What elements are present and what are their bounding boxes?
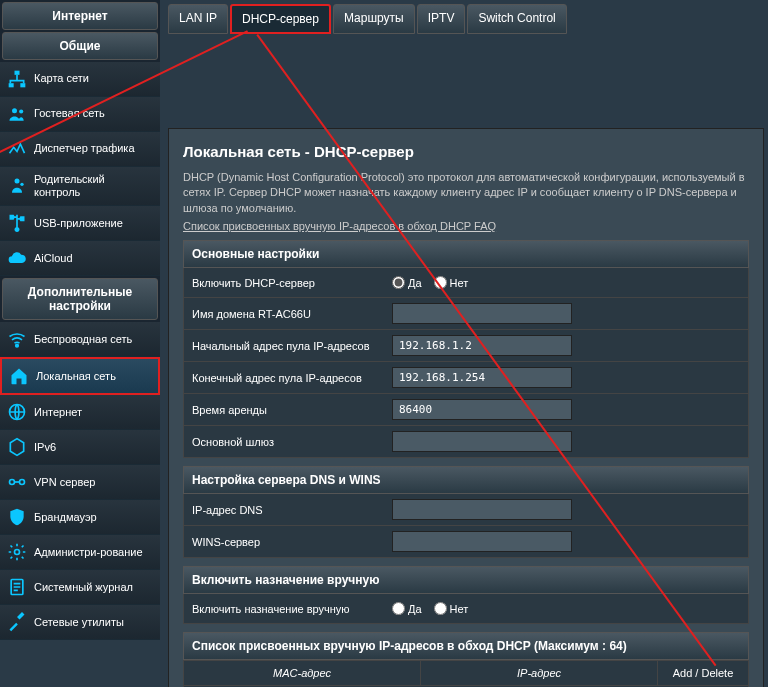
shield-icon [6,506,28,528]
manual-list-header: MAC-адрес IP-адрес Add / Delete [183,660,749,686]
log-icon [6,576,28,598]
tab[interactable]: DHCP-сервер [230,4,331,34]
domain-label: Имя домена RT-AC66U [192,308,392,320]
sidebar-item[interactable]: Диспетчер трафика [0,132,160,167]
content-panel: Локальная сеть - DHCP-сервер DHCP (Dynam… [168,128,764,687]
gateway-input[interactable] [392,431,572,452]
sidebar-item[interactable]: Системный журнал [0,570,160,605]
enable-dhcp-no[interactable] [434,276,447,289]
sidebar-item-label: Карта сети [34,72,89,85]
sidebar-item[interactable]: Локальная сеть [0,357,160,395]
lease-label: Время аренды [192,404,392,416]
enable-dhcp-label: Включить DHCP-сервер [192,277,392,289]
sidebar-item-label: IPv6 [34,441,56,454]
manual-enable-label: Включить назначение вручную [192,603,392,615]
svg-rect-0 [15,71,20,75]
sidebar-item[interactable]: Брандмауэр [0,500,160,535]
sidebar-item-label: Родительский контроль [34,173,154,199]
svg-point-3 [12,108,17,113]
sidebar-item-label: Системный журнал [34,581,133,594]
sidebar-item[interactable]: Интернет [0,395,160,430]
globe-icon [6,401,28,423]
home-icon [8,365,30,387]
traffic-icon [6,138,28,160]
col-mac: MAC-адрес [184,661,421,685]
col-ip: IP-адрес [421,661,658,685]
dns-label: IP-адрес DNS [192,504,392,516]
page-description: DHCP (Dynamic Host Configuration Protoco… [183,170,749,216]
dns-input[interactable] [392,499,572,520]
wins-input[interactable] [392,531,572,552]
manual-yes[interactable] [392,602,405,615]
manual-no[interactable] [434,602,447,615]
pool-start-input[interactable] [392,335,572,356]
sidebar-item[interactable]: Администри-рование [0,535,160,570]
svg-point-4 [19,109,23,113]
wifi-icon [6,328,28,350]
vpn-icon [6,471,28,493]
gear-icon [6,541,28,563]
sidebar-item-label: Беспроводная сеть [34,333,132,346]
tab[interactable]: Switch Control [467,4,566,34]
col-action: Add / Delete [658,661,748,685]
tab[interactable]: Маршруты [333,4,415,34]
svg-point-5 [15,179,20,184]
manual-enable-radio[interactable]: Да Нет [392,602,468,615]
enable-dhcp-yes[interactable] [392,276,405,289]
sidebar-header-general: Общие [2,32,158,60]
sidebar-item[interactable]: Сетевые утилиты [0,605,160,640]
sidebar-item-label: VPN сервер [34,476,95,489]
wins-label: WINS-сервер [192,536,392,548]
guest-icon [6,103,28,125]
sidebar-item[interactable]: VPN сервер [0,465,160,500]
tab-bar: LAN IPDHCP-серверМаршрутыIPTVSwitch Cont… [168,0,764,38]
lease-input[interactable] [392,399,572,420]
sidebar: Интернет Общие Карта сетиГостевая сетьДи… [0,0,160,640]
section-basic-title: Основные настройки [183,240,749,268]
page-title: Локальная сеть - DHCP-сервер [183,143,749,160]
svg-point-10 [20,480,25,485]
sidebar-item[interactable]: Карта сети [0,62,160,97]
domain-input[interactable] [392,303,572,324]
sidebar-item-label: AiCloud [34,252,73,265]
gateway-label: Основной шлюз [192,436,392,448]
svg-point-11 [15,550,20,555]
sidebar-item[interactable]: USB-приложение [0,206,160,241]
sidebar-item-label: Диспетчер трафика [34,142,135,155]
svg-point-7 [16,345,19,348]
sidebar-item-label: Сетевые утилиты [34,616,124,629]
pool-end-label: Конечный адрес пула IP-адресов [192,372,392,384]
hex-icon [6,436,28,458]
faq-link[interactable]: Список присвоенных вручную IP-адресов в … [183,220,749,232]
sidebar-item-label: Интернет [34,406,82,419]
sidebar-item[interactable]: AiCloud [0,241,160,276]
sidebar-item-label: USB-приложение [34,217,123,230]
sidebar-item-label: Администри-рование [34,546,143,559]
sidebar-item[interactable]: Гостевая сеть [0,97,160,132]
sidebar-item[interactable]: Беспроводная сеть [0,322,160,357]
tab[interactable]: IPTV [417,4,466,34]
sitemap-icon [6,68,28,90]
usb-icon [6,212,28,234]
sidebar-item[interactable]: IPv6 [0,430,160,465]
tools-icon [6,611,28,633]
parent-icon [6,175,28,197]
pool-start-label: Начальный адрес пула IP-адресов [192,340,392,352]
sidebar-item[interactable]: Родительский контроль [0,167,160,206]
sidebar-header-internet: Интернет [2,2,158,30]
sidebar-item-label: Брандмауэр [34,511,97,524]
cloud-icon [6,247,28,269]
section-manual-title: Включить назначение вручную [183,566,749,594]
sidebar-header-advanced: Дополнительные настройки [2,278,158,320]
svg-rect-2 [20,83,25,87]
section-dns-title: Настройка сервера DNS и WINS [183,466,749,494]
svg-point-9 [10,480,15,485]
svg-rect-1 [9,83,14,87]
pool-end-input[interactable] [392,367,572,388]
tab[interactable]: LAN IP [168,4,228,34]
enable-dhcp-radio[interactable]: Да Нет [392,276,468,289]
main-area: LAN IPDHCP-серверМаршрутыIPTVSwitch Cont… [164,0,768,687]
svg-point-6 [20,183,23,186]
section-list-title: Список присвоенных вручную IP-адресов в … [183,632,749,660]
sidebar-item-label: Гостевая сеть [34,107,105,120]
